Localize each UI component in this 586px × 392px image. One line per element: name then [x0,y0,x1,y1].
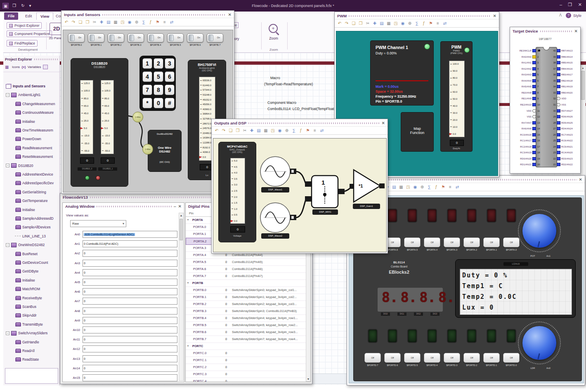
pin-pad-right[interactable] [557,133,560,136]
toolbar-icon-15[interactable]: ⇄ [442,21,448,26]
toolbar-icon-10[interactable]: ⊕ [284,128,290,134]
keypad-key-7[interactable]: 7 [142,85,152,95]
pin-pad-right[interactable] [557,121,560,124]
tree-item-scanbus[interactable]: ScanBus [16,303,36,311]
input-switch-$PORTB.7[interactable]: On [207,33,223,42]
board-switch-$PORTA.4[interactable]: Off [424,237,440,247]
pin-pad-right[interactable] [557,55,560,59]
input-switch-$PORTB.5[interactable]: On [167,33,184,42]
keypad-key-4[interactable]: 4 [142,71,152,82]
toolbar-icon-0[interactable]: ↶ [214,128,220,134]
ribbon-collapse-icon[interactable]: ᐱ [559,13,562,17]
pin-pad-left[interactable] [532,115,536,118]
close-icon[interactable]: ✕ [579,177,582,182]
input-switch-$PORTB.1[interactable]: On [88,33,104,42]
toolbar-icon-4[interactable]: ✂ [242,128,248,134]
zoom-button-label[interactable]: Zoom [265,36,282,40]
explorer-tab-variables[interactable]: Variables [28,65,41,69]
input-switch-$PORTB.6[interactable]: On [187,33,203,42]
toolbar-icon-9[interactable]: ◉ [400,21,406,26]
pin-pad-left[interactable] [532,79,536,82]
toolbar-icon-15[interactable]: ⇄ [169,19,175,25]
toolbar-icon-3[interactable]: ❐ [358,21,364,26]
toolbar-icon-11[interactable]: ∑ [414,21,420,26]
target-window-titlebar[interactable]: Target Device✕ [510,27,580,34]
analog-row-value[interactable]: 0 ComboBL0114(Pot ADC) [83,240,177,247]
scroll-thumb[interactable] [180,219,183,240]
toolbar-icon-7[interactable]: ▦ [398,184,404,190]
board-switch-$PORTD.7[interactable]: Off [364,353,381,363]
close-icon[interactable]: ✕ [493,14,496,18]
digital-group-PORTC[interactable]: ▾PORTC [186,343,306,350]
analog-row-value[interactable]: 0 [83,307,177,315]
pin-pad-left[interactable] [532,61,536,64]
dsp-gain-label[interactable]: DSP_Gain1 [353,204,380,209]
tree-item-switcharraysliders[interactable]: −SwitchArraySliders [6,329,47,337]
tree-item-onewireds2482[interactable]: −OneWireDS2482 [6,241,45,249]
pin-pad-left[interactable] [532,103,536,106]
analog-row-value[interactable]: 0 [83,345,177,352]
pin-pad-right[interactable] [557,151,560,154]
toolbar-icon-13[interactable]: ⚑ [428,21,434,26]
keypad-key-3[interactable]: 3 [165,58,175,69]
tree-item-continuousmeasure[interactable]: ContinuousMeasure [16,108,54,117]
green-indicator-led[interactable] [85,176,90,180]
tree-item-readmeasurement[interactable]: ReadMeasurement [16,144,52,152]
zoom-icon[interactable]: + [269,24,278,33]
keypad-key-2[interactable]: 2 [154,58,163,69]
analog-row-value[interactable]: 0 [83,260,177,267]
tree-item-transmitbyte[interactable]: TransmitByte [16,320,43,329]
keypad-key-*[interactable]: * [142,98,152,108]
toolbar-icon-11[interactable]: ∑ [426,184,432,190]
toolbar-icon-4[interactable]: ✂ [92,19,97,25]
digital-row-PORTB.4[interactable]: PORTB.40SwitchArraySliderSpin4; keypad_3… [186,315,306,322]
toolbar-icon-6[interactable]: ▤ [379,21,385,26]
help-icon[interactable]: ? [566,13,571,18]
tree-item-initialise[interactable]: Initialise [16,206,35,214]
expand-icon[interactable]: − [6,93,9,97]
ribbon-button-project-explorer[interactable]: Project Explorer [7,22,42,29]
close-icon[interactable]: ✕ [574,29,578,33]
restore-button[interactable]: ❐ [568,2,572,7]
toolbar-icon-4[interactable]: ✂ [365,21,371,26]
knob-ball[interactable] [522,326,556,360]
analog-row-value[interactable]: 0 [83,269,177,276]
analog-row-value[interactable]: 0 [83,365,177,372]
analog-scrollbar[interactable]: ▲ [179,213,184,381]
pin-pad-left[interactable] [532,49,536,52]
tree-item-initialise[interactable]: Initialise [16,117,35,126]
keypad-key-1[interactable]: 1 [142,58,152,69]
dsp-wave1-label[interactable]: DSP_Wave1 [261,187,289,192]
inputs-window-titlebar[interactable]: Inputs and Sensors✕ [61,11,234,18]
ldr-knob[interactable] [518,322,561,364]
toolbar-icon-14[interactable]: ≡ [312,128,318,134]
input-switch-$PORTB.2[interactable]: On [108,33,124,42]
toolbar-icon-12[interactable]: ƒ [148,19,154,25]
expand-icon[interactable]: − [6,164,9,167]
input-switch-$PORTB.0[interactable]: On [68,33,85,42]
board-switch-$PORTD.4[interactable]: Off [424,353,440,363]
digital-row-PORTB.7[interactable]: PORTB.70SwitchArraySliderSpin7; keypad_3… [186,336,306,343]
tree-item-getdevicecount[interactable]: GetDeviceCount [16,258,48,267]
toolbar-icon-7[interactable]: ▦ [113,19,118,25]
tree-item-skipaddr[interactable]: SkipAddr [16,311,37,319]
scroll-up-icon[interactable]: ▲ [179,214,183,217]
pin-pad-left[interactable] [532,73,536,76]
explorer-tab-icons[interactable]: Icons [12,65,20,69]
tree-item-powerdown[interactable]: PowerDown [16,135,41,143]
analog-row-value[interactable]: 0 [83,250,177,257]
toolbar-icon-11[interactable]: ∑ [291,128,297,134]
tree-item-samplealldevices[interactable]: SampleAllDevices [16,223,51,231]
tree-item-readstate[interactable]: ReadState [16,355,39,364]
pin-pad-right[interactable] [557,157,560,160]
pin-pad-left[interactable] [532,127,536,130]
expand-icon[interactable]: − [6,331,9,335]
tree-item-gettemperature[interactable]: GetTemperature [16,197,47,205]
tree-item-ambientlight1[interactable]: −AmbientLight1 [6,91,40,99]
digital-row-PORTC.3[interactable]: PORTC.30 [186,371,306,378]
tree-item-ds18b20[interactable]: −DS18B20 [6,162,33,170]
board-switch-$PORTD.2[interactable]: Off [463,353,480,363]
toolbar-icon-1[interactable]: ↷ [221,128,227,134]
pin-pad-left[interactable] [532,121,536,124]
toolbar-icon-3[interactable]: ❐ [85,19,90,25]
